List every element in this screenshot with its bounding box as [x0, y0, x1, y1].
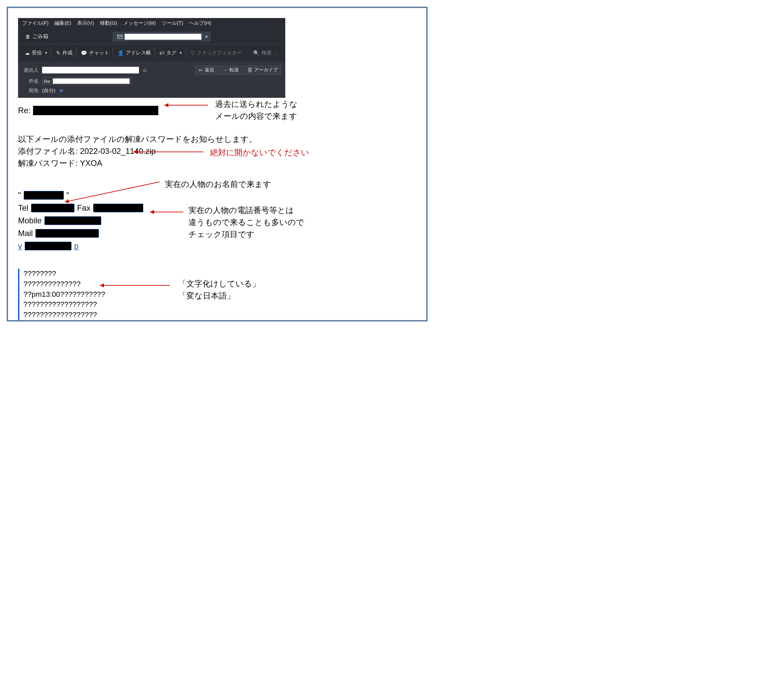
star-icon[interactable]: ☆ [142, 67, 147, 74]
mail-label: Mail [18, 227, 33, 239]
to-label: 宛先 [22, 87, 39, 94]
attach-name: 2022-03-02_1140.zip [80, 146, 156, 156]
subject-redacted [53, 79, 130, 84]
tab-message[interactable]: ✕ [112, 32, 211, 42]
pencil-icon: ✎ [56, 50, 61, 56]
addressbook-button[interactable]: 👤 アドレス帳 [114, 48, 155, 58]
fax-label: Fax [77, 202, 91, 214]
subject-redacted [33, 106, 158, 115]
compose-label: 作成 [63, 50, 72, 56]
link-start[interactable]: y [18, 240, 22, 252]
annotation-2: 絶対に開かないでください [210, 146, 309, 159]
menu-edit[interactable]: 編集(E) [54, 20, 71, 26]
quoted-line: ?????????????????? [23, 310, 416, 320]
menu-tools[interactable]: ツール(T) [162, 20, 183, 26]
mobile-label: Mobile [18, 215, 42, 227]
fax-redacted [93, 204, 143, 212]
subject-prefix: Re: [44, 79, 51, 84]
password-line: 解凍パスワード: YXOA [18, 157, 416, 169]
link-end[interactable]: p [74, 240, 79, 252]
compose-button[interactable]: ✎ 作成 [53, 48, 76, 58]
envelope-icon [117, 35, 123, 39]
tab-trash[interactable]: 🗑 ごみ箱 [21, 31, 53, 42]
annotation-5: 「文字化けしている」 「変な日本語」 [178, 278, 260, 302]
body-line-intro: 以下メールの添付ファイルの解凍パスワードをお知らせします。 [18, 133, 416, 145]
sig-url-line: y p [18, 240, 416, 252]
menu-view[interactable]: 表示(V) [77, 20, 94, 26]
arrow-4 [150, 212, 183, 212]
from-label: 差出人 [22, 67, 39, 74]
menubar: ファイル(F) 編集(E) 表示(V) 移動(G) メッセージ(M) ツール(T… [18, 18, 285, 28]
name-redacted [24, 191, 64, 200]
tag-icon: 🏷 [159, 50, 164, 56]
forward-icon: → [223, 67, 227, 73]
arrow-5 [100, 285, 170, 286]
search-label: 検索 [262, 50, 272, 56]
receive-button[interactable]: ☁ 受信 ▼ [21, 48, 51, 58]
archive-button[interactable]: 🗄アーカイブ [244, 66, 281, 75]
email-client: ファイル(F) 編集(E) 表示(V) 移動(G) メッセージ(M) ツール(T… [18, 18, 285, 98]
receive-icon: ☁ [25, 50, 30, 56]
tab-trash-label: ごみ箱 [32, 33, 48, 40]
quote-open: " [18, 189, 21, 201]
close-icon[interactable]: ✕ [205, 34, 208, 39]
reply-icon: ↩ [199, 67, 203, 73]
outer-frame: ファイル(F) 編集(E) 表示(V) 移動(G) メッセージ(M) ツール(T… [7, 7, 428, 322]
chevron-down-icon: ▼ [44, 51, 48, 55]
tag-button[interactable]: 🏷 タグ ▼ [156, 48, 186, 58]
reply-button[interactable]: ↩返信 [195, 66, 218, 75]
tab-message-redacted [125, 34, 201, 40]
archive-icon: 🗄 [247, 67, 252, 73]
subject-value: Re: [42, 77, 131, 85]
toolbar: ☁ 受信 ▼ ✎ 作成 💬 チャット 👤 アドレス帳 🏷 [18, 44, 285, 61]
from-value-redacted [42, 67, 139, 74]
menu-file[interactable]: ファイル(F) [22, 20, 48, 26]
annotation-1: 過去に送られたような メールの内容で来ます [215, 98, 298, 122]
star-fill-icon[interactable]: ★ [59, 87, 63, 94]
tel-redacted [31, 204, 74, 212]
quickfilter-label: クイックフィルター [197, 50, 242, 56]
menu-message[interactable]: メッセージ(M) [123, 20, 156, 26]
menu-help[interactable]: ヘルプ(H) [189, 20, 211, 26]
attach-label: 添付ファイル名: [18, 146, 78, 156]
archive-label: アーカイブ [254, 67, 278, 73]
tel-label: Tel [18, 202, 28, 214]
message-header: 差出人 ☆ ↩返信 →転送 🗄アーカイブ 件名 Re: [18, 61, 285, 98]
chat-button[interactable]: 💬 チャット [77, 48, 113, 58]
mobile-redacted [44, 216, 101, 225]
chat-label: チャット [89, 50, 109, 56]
chevron-down-icon: ▼ [179, 51, 183, 55]
annotation-4: 実在の人物の電話番号等とは 違うもので来ることも多いので チェック項目です [188, 204, 304, 240]
chat-icon: 💬 [81, 50, 87, 56]
filter-icon: ▽ [191, 50, 195, 56]
reply-label: 返信 [205, 67, 214, 73]
mail-redacted [35, 229, 99, 238]
annotation-3: 実在の人物のお名前で来ます [165, 178, 271, 190]
tabs-row: 🗑 ごみ箱 ✕ [18, 28, 285, 44]
forward-button[interactable]: →転送 [219, 66, 242, 75]
search-box[interactable]: 🔍 検索 … [250, 48, 282, 58]
addressbook-icon: 👤 [118, 50, 124, 56]
menu-go[interactable]: 移動(G) [100, 20, 117, 26]
subject-label: 件名 [22, 78, 39, 84]
password-label: 解凍パスワード: [18, 159, 78, 167]
action-buttons: ↩返信 →転送 🗄アーカイブ [195, 66, 281, 75]
search-icon: 🔍 [253, 50, 260, 56]
re-prefix: Re: [18, 105, 30, 117]
to-value: (自分) [42, 87, 56, 94]
receive-label: 受信 [32, 50, 42, 56]
quickfilter-button[interactable]: ▽ クイックフィルター [188, 48, 245, 58]
trash-icon: 🗑 [25, 34, 30, 39]
addressbook-label: アドレス帳 [126, 50, 151, 56]
forward-label: 転送 [229, 67, 239, 73]
tag-label: タグ [166, 50, 176, 56]
arrow-2 [133, 151, 203, 152]
arrow-1 [164, 105, 208, 105]
content-wrap: ファイル(F) 編集(E) 表示(V) 移動(G) メッセージ(M) ツール(T… [18, 18, 416, 320]
url-redacted [25, 242, 71, 250]
password-value: YXOA [80, 159, 102, 167]
